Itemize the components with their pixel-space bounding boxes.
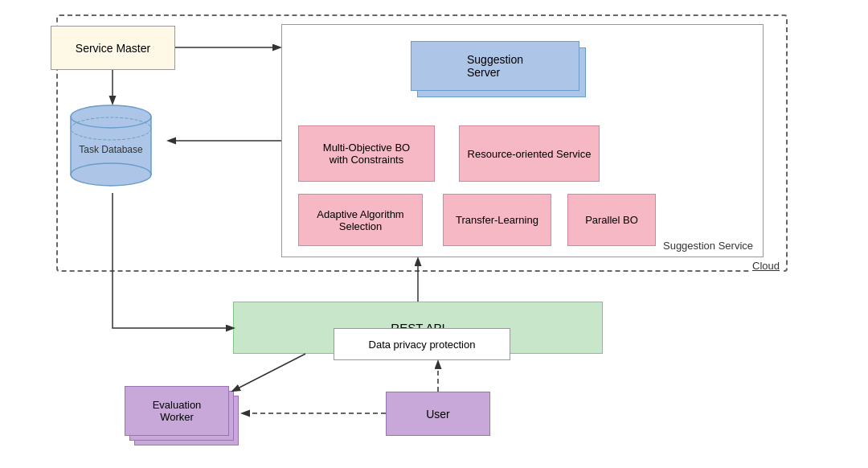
- multi-obj-label: Multi-Objective BOwith Constraints: [323, 142, 410, 166]
- svg-point-1: [71, 105, 151, 128]
- suggestion-service-box: Suggestion Service SuggestionServer Mult…: [281, 24, 764, 257]
- transfer-learning-box: Transfer-Learning: [443, 194, 551, 246]
- suggestion-service-label: Suggestion Service: [663, 240, 753, 252]
- data-privacy-box: Data privacy protection: [334, 328, 510, 360]
- parallel-bo-label: Parallel BO: [585, 214, 638, 226]
- diagram-container: Cloud Service Master Task Database Sugge…: [0, 0, 868, 468]
- suggestion-server-front: SuggestionServer: [411, 41, 579, 91]
- user-label: User: [426, 408, 450, 421]
- eval-front: EvaluationWorker: [125, 386, 229, 436]
- parallel-bo-box: Parallel BO: [567, 194, 656, 246]
- cloud-label: Cloud: [751, 260, 781, 272]
- svg-point-2: [71, 163, 151, 186]
- svg-line-9: [233, 354, 305, 391]
- user-box: User: [386, 392, 490, 436]
- adaptive-algo-label: Adaptive AlgorithmSelection: [317, 208, 403, 232]
- multi-obj-box: Multi-Objective BOwith Constraints: [298, 125, 435, 182]
- eval-worker-label: EvaluationWorker: [153, 399, 202, 423]
- svg-text:Task Database: Task Database: [79, 144, 143, 155]
- suggestion-server-label: SuggestionServer: [467, 53, 523, 79]
- adaptive-algo-box: Adaptive AlgorithmSelection: [298, 194, 423, 246]
- suggestion-server-stack: SuggestionServer: [411, 41, 588, 105]
- transfer-learning-label: Transfer-Learning: [456, 214, 538, 226]
- task-database: Task Database: [63, 101, 159, 189]
- data-privacy-label: Data privacy protection: [369, 339, 476, 351]
- eval-worker-stack: EvaluationWorker: [125, 386, 241, 450]
- resource-oriented-label: Resource-oriented Service: [468, 148, 592, 160]
- resource-oriented-box: Resource-oriented Service: [459, 125, 600, 182]
- service-master-box: Service Master: [51, 26, 175, 70]
- service-master-label: Service Master: [76, 42, 150, 55]
